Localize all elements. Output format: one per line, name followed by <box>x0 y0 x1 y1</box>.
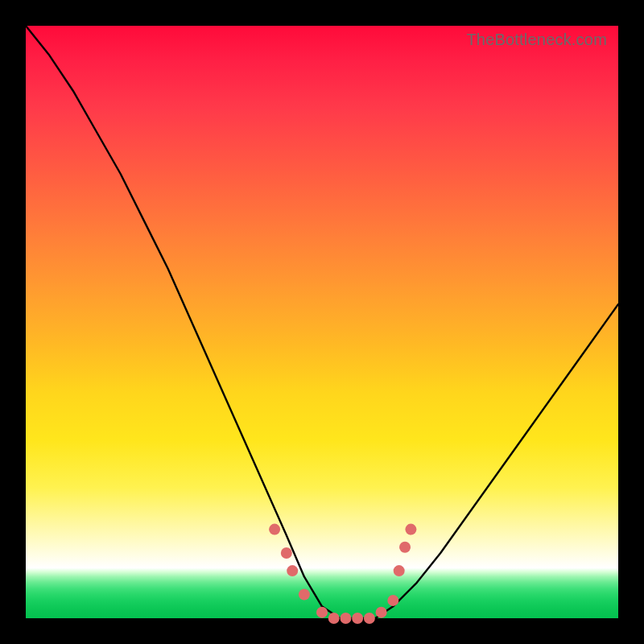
marker-dot <box>316 607 328 618</box>
marker-dot <box>399 542 411 553</box>
marker-dot <box>387 595 398 606</box>
trough-markers <box>269 524 416 624</box>
marker-dot <box>364 613 375 624</box>
marker-dot <box>376 607 387 618</box>
marker-dot <box>340 613 351 624</box>
marker-dot <box>299 589 310 601</box>
plot-area: TheBottleneck.com <box>26 26 618 618</box>
marker-dot <box>269 524 280 535</box>
marker-dot <box>287 565 298 576</box>
marker-dot <box>394 565 405 576</box>
marker-dot <box>328 613 340 624</box>
curve-layer <box>26 26 618 618</box>
marker-dot <box>405 524 416 535</box>
marker-dot <box>352 613 363 624</box>
marker-dot <box>281 547 292 559</box>
bottleneck-curve <box>26 26 618 618</box>
chart-frame: TheBottleneck.com <box>0 0 644 644</box>
